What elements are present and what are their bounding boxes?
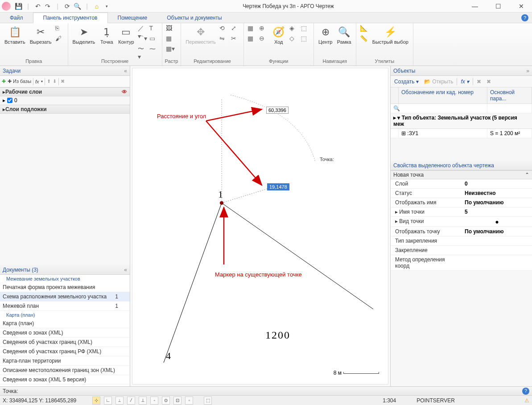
prop-row[interactable]: Метод определения коорд: [391, 255, 532, 271]
open-button[interactable]: 📂 Открыть: [422, 78, 455, 86]
from-base-button[interactable]: ✚ Из базы: [8, 79, 31, 84]
contour-button[interactable]: ▭Контур: [116, 24, 136, 45]
func-icon1[interactable]: ▦: [247, 24, 257, 34]
snap-icon1[interactable]: ⊹: [92, 397, 100, 405]
text-icon[interactable]: T: [148, 24, 159, 34]
layer-checkbox[interactable]: [7, 98, 12, 103]
dropdown-icon[interactable]: ▾: [103, 2, 111, 10]
create-button[interactable]: Создать ▾: [392, 78, 421, 86]
warning-icon[interactable]: ⚠: [524, 397, 529, 404]
util-icon2[interactable]: 📏: [359, 34, 370, 44]
home-icon[interactable]: ⌂: [93, 2, 101, 10]
undo-icon[interactable]: ↶: [34, 2, 42, 10]
col-designation[interactable]: Обозначение или кад. номер: [399, 87, 487, 103]
raster-icon3[interactable]: ▦▾: [165, 45, 176, 54]
util-icon1[interactable]: 📐: [359, 24, 370, 34]
doc-item[interactable]: Сведения об участках границ (XML): [0, 338, 130, 347]
arc-icon[interactable]: ⌒▾: [137, 34, 148, 44]
line-icon[interactable]: ／▾: [137, 24, 148, 34]
center-button[interactable]: ⊕Центр: [317, 24, 334, 45]
doc-item[interactable]: Печатная форма проекта межевания: [0, 283, 130, 292]
object-type-group[interactable]: ▸ ▾ Тип объекта: Земельный участок (5 ве…: [391, 113, 532, 129]
trim-icon[interactable]: ✂: [230, 34, 241, 44]
snap-icon4[interactable]: ∕: [127, 397, 135, 405]
down-icon[interactable]: ⬇: [53, 79, 57, 84]
rotate-icon[interactable]: ⟲: [219, 24, 229, 34]
xod-button[interactable]: 🧭Ход: [270, 24, 288, 45]
drawing-canvas[interactable]: Расстояние и угол Маркер на существующей…: [132, 68, 388, 384]
point-button[interactable]: 1̣Точка: [98, 24, 115, 45]
raster-icon1[interactable]: 🖼: [165, 24, 176, 34]
object-row[interactable]: ⊞ :ЗУ1 S = 1 200 м²: [391, 129, 532, 138]
minimize-button[interactable]: —: [466, 3, 484, 10]
layer-row[interactable]: ▸0: [0, 96, 130, 105]
collapse-left-icon[interactable]: «: [124, 68, 127, 74]
doc-item[interactable]: Сведения об участках границ РФ (XML): [0, 347, 130, 356]
doc-item[interactable]: Описание местоположения границ зон (XML): [0, 366, 130, 375]
paste-button[interactable]: 📋Вставить: [3, 24, 27, 45]
status-help-icon[interactable]: ?: [522, 388, 529, 395]
prop-row[interactable]: Слой0: [391, 179, 532, 189]
tab-objects[interactable]: Объекты и документы: [157, 13, 231, 23]
prop-row[interactable]: Закрепление: [391, 246, 532, 255]
mirror-icon[interactable]: ⇋: [219, 34, 229, 44]
delete-icon[interactable]: ✖: [61, 79, 65, 84]
angle-value[interactable]: 19,1478: [267, 183, 289, 190]
snap-icon10[interactable]: ⬚: [204, 397, 212, 405]
move-button[interactable]: ✥Переместить: [184, 24, 217, 45]
func-icon6[interactable]: ◇: [289, 34, 299, 44]
quick-select-button[interactable]: ⚡Быстрый выбор: [371, 24, 410, 45]
prop-row[interactable]: СтатусНеизвестно: [391, 189, 532, 198]
func-icon3[interactable]: ⊕: [258, 24, 269, 34]
tab-tools[interactable]: Панель инструментов: [33, 12, 108, 23]
scale-icon[interactable]: ⤢: [230, 24, 241, 34]
snap-icon5[interactable]: ⊥: [139, 397, 147, 405]
curve-icon[interactable]: 〜▾: [137, 45, 148, 54]
snap-icon2[interactable]: ∟: [104, 397, 112, 405]
maximize-button[interactable]: ☐: [489, 3, 507, 10]
func-icon5[interactable]: ◈: [289, 24, 299, 34]
doc-item[interactable]: Межевой план1: [0, 302, 130, 311]
collapse-right-icon[interactable]: »: [526, 68, 529, 74]
brush-icon[interactable]: 🖌: [54, 34, 65, 44]
delete-obj-icon[interactable]: ✖: [475, 78, 483, 86]
copy-icon[interactable]: ⎘: [54, 24, 65, 34]
zoom-icon[interactable]: 🔍: [73, 2, 81, 10]
add-icon[interactable]: ✚: [2, 79, 6, 84]
snap-icon9[interactable]: ▫: [185, 397, 193, 405]
help-icon[interactable]: ?: [521, 14, 528, 21]
new-point-header[interactable]: Новая точка⌃: [391, 170, 532, 179]
snap-icon3[interactable]: ⟂: [115, 397, 124, 405]
frame-button[interactable]: 🔍Рамка: [335, 24, 353, 45]
fx-button-right[interactable]: fx ▾: [459, 78, 471, 86]
doc-item[interactable]: Схема расположения земельного участка1: [0, 292, 130, 302]
prop-row[interactable]: Тип закрепления: [391, 236, 532, 246]
redo-icon[interactable]: ↷: [44, 2, 52, 10]
snap-icon6[interactable]: ◦: [150, 397, 158, 405]
func-icon7[interactable]: ⬚: [300, 24, 311, 34]
rect-icon[interactable]: ▭: [148, 34, 159, 44]
layers-header[interactable]: ▸ Рабочие слои👁: [0, 87, 130, 96]
prop-row[interactable]: ▸ Вид точки●: [391, 217, 532, 227]
prop-row[interactable]: Отображать имяПо умолчанию: [391, 198, 532, 207]
doc-item[interactable]: Сведения о зонах (XML 5 версия): [0, 375, 130, 384]
func-icon4[interactable]: ⊖: [258, 34, 269, 44]
fx-button[interactable]: fx: [35, 79, 39, 84]
distance-value[interactable]: 60,3396: [266, 107, 289, 114]
snap-icon7[interactable]: ⊙: [162, 397, 170, 405]
refresh-icon[interactable]: ⟳: [63, 2, 71, 10]
select-button[interactable]: ➤Выделить: [71, 24, 97, 45]
raster-icon2[interactable]: ▦: [165, 34, 176, 44]
substrate-header[interactable]: ▸ Слои подложки: [0, 105, 130, 114]
close-button[interactable]: ✕: [512, 3, 530, 10]
prop-row[interactable]: Отображать точкуПо умолчанию: [391, 227, 532, 236]
eye-icon[interactable]: 👁: [122, 89, 127, 95]
up-icon[interactable]: ⬆: [47, 79, 51, 84]
tab-file[interactable]: Файл: [0, 13, 33, 23]
doc-item[interactable]: Сведения о зонах (XML): [0, 328, 130, 338]
remove-obj-icon[interactable]: ✖: [485, 78, 493, 86]
doc-item[interactable]: Карта (план): [0, 319, 130, 328]
col-param[interactable]: Основной пара...: [487, 87, 532, 103]
func-icon2[interactable]: ▦: [247, 34, 257, 44]
status-scale[interactable]: 1:304: [383, 397, 396, 404]
